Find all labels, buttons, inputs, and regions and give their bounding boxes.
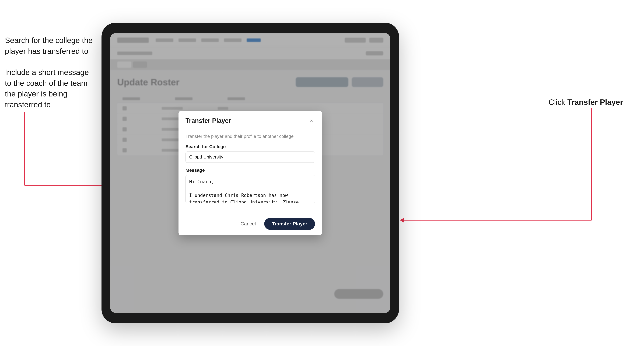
transfer-player-modal: Transfer Player × Transfer the player an… bbox=[178, 111, 322, 235]
search-college-input[interactable] bbox=[186, 152, 315, 163]
modal-body: Transfer the player and their profile to… bbox=[178, 129, 322, 214]
modal-footer: Cancel Transfer Player bbox=[178, 214, 322, 235]
annotation-right-panel: Click Transfer Player bbox=[548, 98, 623, 107]
modal-description: Transfer the player and their profile to… bbox=[186, 134, 315, 139]
search-college-label: Search for College bbox=[186, 144, 315, 149]
modal-close-button[interactable]: × bbox=[308, 117, 315, 124]
svg-marker-4 bbox=[400, 218, 404, 223]
modal-header: Transfer Player × bbox=[178, 111, 322, 129]
message-textarea[interactable]: Hi Coach, I understand Chris Robertson h… bbox=[186, 175, 315, 203]
annotation-search-text: Search for the college the player has tr… bbox=[5, 35, 96, 56]
annotation-right-text: Click Transfer Player bbox=[548, 98, 623, 107]
modal-overlay: Transfer Player × Transfer the player an… bbox=[110, 33, 390, 313]
search-college-group: Search for College bbox=[186, 144, 315, 163]
cancel-button[interactable]: Cancel bbox=[236, 218, 260, 229]
message-label: Message bbox=[186, 168, 315, 173]
modal-title: Transfer Player bbox=[186, 117, 231, 124]
ipad-frame: Update Roster bbox=[102, 23, 399, 323]
annotation-message-text: Include a short message to the coach of … bbox=[5, 67, 96, 110]
transfer-player-button[interactable]: Transfer Player bbox=[264, 218, 315, 230]
message-group: Message Hi Coach, I understand Chris Rob… bbox=[186, 168, 315, 204]
annotation-left-panel: Search for the college the player has tr… bbox=[5, 35, 96, 121]
ipad-screen: Update Roster bbox=[110, 33, 390, 313]
